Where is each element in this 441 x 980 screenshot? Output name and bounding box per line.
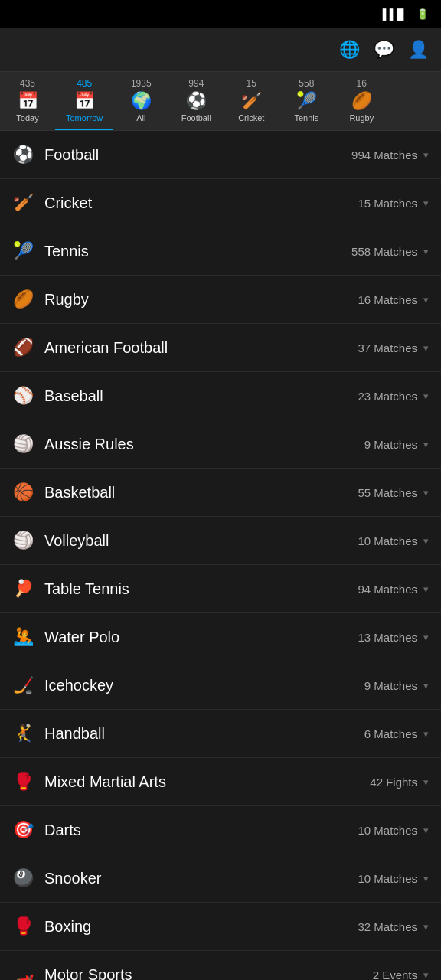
chevron-icon-water-polo: ▾ xyxy=(423,632,429,643)
tab-icon-cricket: 🏏 xyxy=(241,91,262,111)
sport-icon-table-tennis: 🏓 xyxy=(12,579,34,599)
sport-icon-mma: 🥊 xyxy=(12,772,34,792)
signal-icon: ▐▐▐▌ xyxy=(379,8,407,20)
chevron-icon-cricket: ▾ xyxy=(423,198,429,209)
sport-matches-water-polo: 13 Matches xyxy=(358,631,417,644)
sport-name-cricket: Cricket xyxy=(44,194,358,212)
tab-all[interactable]: 1935 🌍 All xyxy=(113,72,168,130)
tab-label-football: Football xyxy=(181,113,211,122)
chevron-icon-motor-sports: ▾ xyxy=(423,969,429,981)
sport-row-icehockey[interactable]: 🏒 Icehockey 9 Matches ▾ xyxy=(0,662,441,710)
sport-matches-motor-sports: 2 Events xyxy=(373,969,417,981)
battery-icon: 🔋 xyxy=(416,8,429,20)
tab-count-football: 994 xyxy=(188,78,204,89)
sport-icon-snooker: 🎱 xyxy=(12,868,34,888)
sport-row-boxing[interactable]: 🥊 Boxing 32 Matches ▾ xyxy=(0,903,441,951)
sport-name-mma: Mixed Martial Arts xyxy=(44,773,370,791)
tab-today[interactable]: 435 📅 Today xyxy=(0,72,55,130)
tab-tomorrow[interactable]: 485 📅 Tomorrow xyxy=(55,72,113,130)
sport-row-motor-sports[interactable]: 🏎️ Motor Sports 2 Events ▾ xyxy=(0,951,441,980)
tab-football[interactable]: 994 ⚽ Football xyxy=(168,72,224,130)
sport-icon-handball: 🤾 xyxy=(12,724,34,743)
sport-icon-rugby: 🏉 xyxy=(12,289,34,309)
sport-matches-volleyball: 10 Matches xyxy=(358,534,417,547)
sport-matches-basketball: 55 Matches xyxy=(358,486,417,499)
sport-name-boxing: Boxing xyxy=(44,918,358,936)
sport-name-aussie-rules: Aussie Rules xyxy=(44,436,364,453)
sport-row-volleyball[interactable]: 🏐 Volleyball 10 Matches ▾ xyxy=(0,517,441,565)
sport-tabs: 435 📅 Today 485 📅 Tomorrow 1935 🌍 All 99… xyxy=(0,72,441,131)
sport-matches-american-football: 37 Matches xyxy=(358,341,417,354)
chevron-icon-boxing: ▾ xyxy=(423,921,429,933)
sport-name-tennis: Tennis xyxy=(44,243,351,260)
sport-row-handball[interactable]: 🤾 Handball 6 Matches ▾ xyxy=(0,710,441,758)
header-actions: 🌐 💬 👤 xyxy=(325,40,429,60)
tab-label-rugby: Rugby xyxy=(349,113,374,122)
chevron-icon-football: ▾ xyxy=(423,149,429,161)
sport-matches-aussie-rules: 9 Matches xyxy=(364,438,417,451)
sport-icon-baseball: ⚾ xyxy=(12,386,34,406)
sport-icon-tennis: 🎾 xyxy=(12,241,34,261)
sport-name-volleyball: Volleyball xyxy=(44,532,358,550)
sport-list: ⚽ Football 994 Matches ▾ 🏏 Cricket 15 Ma… xyxy=(0,131,441,980)
status-bar: ▐▐▐▌ 🔋 xyxy=(0,0,441,28)
sport-icon-basketball: 🏀 xyxy=(12,482,34,502)
sport-row-baseball[interactable]: ⚾ Baseball 23 Matches ▾ xyxy=(0,372,441,420)
sport-matches-snooker: 10 Matches xyxy=(358,872,417,885)
sport-matches-cricket: 15 Matches xyxy=(358,197,417,210)
sport-row-table-tennis[interactable]: 🏓 Table Tennis 94 Matches ▾ xyxy=(0,565,441,613)
sport-matches-handball: 6 Matches xyxy=(364,727,417,740)
tab-label-tomorrow: Tomorrow xyxy=(66,113,103,122)
chat-icon[interactable]: 💬 xyxy=(374,40,394,60)
sport-row-darts[interactable]: 🎯 Darts 10 Matches ▾ xyxy=(0,806,441,854)
globe-icon[interactable]: 🌐 xyxy=(339,40,360,60)
tab-cricket[interactable]: 15 🏏 Cricket xyxy=(224,72,279,130)
sport-icon-boxing: 🥊 xyxy=(12,916,34,936)
sport-row-football[interactable]: ⚽ Football 994 Matches ▾ xyxy=(0,131,441,179)
chevron-icon-aussie-rules: ▾ xyxy=(423,439,429,450)
tab-icon-football: ⚽ xyxy=(186,91,207,111)
tab-label-tennis: Tennis xyxy=(294,113,318,122)
sport-row-cricket[interactable]: 🏏 Cricket 15 Matches ▾ xyxy=(0,179,441,227)
sport-row-aussie-rules[interactable]: 🏐 Aussie Rules 9 Matches ▾ xyxy=(0,420,441,469)
sport-name-football: Football xyxy=(44,146,351,164)
sport-matches-rugby: 16 Matches xyxy=(358,293,417,306)
sport-row-snooker[interactable]: 🎱 Snooker 10 Matches ▾ xyxy=(0,854,441,903)
user-icon[interactable]: 👤 xyxy=(408,40,429,60)
tab-count-cricket: 15 xyxy=(247,78,256,89)
sport-row-tennis[interactable]: 🎾 Tennis 558 Matches ▾ xyxy=(0,227,441,276)
sport-matches-mma: 42 Fights xyxy=(370,776,417,789)
sport-row-water-polo[interactable]: 🤽 Water Polo 13 Matches ▾ xyxy=(0,613,441,662)
tab-icon-tomorrow: 📅 xyxy=(74,91,95,111)
tab-count-rugby: 16 xyxy=(357,78,367,89)
tab-icon-today: 📅 xyxy=(18,91,38,111)
sport-name-motor-sports: Motor Sports xyxy=(44,966,373,981)
tab-icon-rugby: 🏉 xyxy=(351,91,372,111)
tab-label-today: Today xyxy=(16,113,38,122)
tab-rugby[interactable]: 16 🏉 Rugby xyxy=(334,72,389,130)
tab-icon-tennis: 🎾 xyxy=(296,91,317,111)
sport-icon-icehockey: 🏒 xyxy=(12,675,34,695)
sport-icon-water-polo: 🤽 xyxy=(12,627,34,647)
chevron-icon-baseball: ▾ xyxy=(423,390,429,402)
app-header: 🌐 💬 👤 xyxy=(0,28,441,72)
sport-name-basketball: Basketball xyxy=(44,484,358,501)
chevron-icon-icehockey: ▾ xyxy=(423,680,429,691)
sport-matches-darts: 10 Matches xyxy=(358,824,417,837)
tab-tennis[interactable]: 558 🎾 Tennis xyxy=(279,72,334,130)
sport-row-basketball[interactable]: 🏀 Basketball 55 Matches ▾ xyxy=(0,469,441,517)
sport-row-mma[interactable]: 🥊 Mixed Martial Arts 42 Fights ▾ xyxy=(0,758,441,806)
tab-count-tennis: 558 xyxy=(299,78,314,89)
tab-label-cricket: Cricket xyxy=(238,113,264,122)
sport-name-darts: Darts xyxy=(44,822,358,839)
sport-name-water-polo: Water Polo xyxy=(44,629,358,646)
sport-name-icehockey: Icehockey xyxy=(44,677,364,694)
tab-icon-all: 🌍 xyxy=(131,91,152,111)
sport-row-american-football[interactable]: 🏈 American Football 37 Matches ▾ xyxy=(0,324,441,372)
sport-icon-darts: 🎯 xyxy=(12,820,34,840)
chevron-icon-basketball: ▾ xyxy=(423,487,429,498)
sport-name-snooker: Snooker xyxy=(44,870,358,887)
sport-row-rugby[interactable]: 🏉 Rugby 16 Matches ▾ xyxy=(0,276,441,324)
sport-icon-motor-sports: 🏎️ xyxy=(12,965,34,980)
sport-icon-volleyball: 🏐 xyxy=(12,531,34,550)
